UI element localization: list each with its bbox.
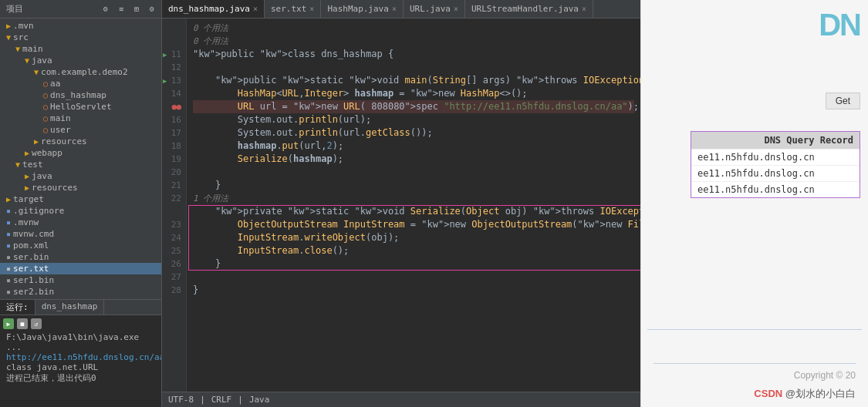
tree-item-java[interactable]: ▼ java bbox=[0, 55, 161, 66]
tree-label: .mvnw bbox=[13, 217, 39, 227]
code-line-25: InputStream.close(); bbox=[193, 244, 634, 257]
tree-label: .mvn bbox=[13, 21, 34, 31]
tab-close-3[interactable]: × bbox=[454, 5, 458, 13]
line-num-15: ● bbox=[162, 100, 181, 113]
tab-0[interactable]: dns_hashmap.java× bbox=[162, 0, 265, 18]
tab-label-2: HashMap.java bbox=[327, 4, 388, 14]
tree-label: src bbox=[13, 32, 29, 42]
tree-label: resources bbox=[41, 136, 87, 146]
tree-item-webapp[interactable]: ▶ webapp bbox=[0, 147, 161, 159]
copyright-text: Copyright © 20 bbox=[794, 370, 856, 381]
status-separator2: | bbox=[238, 395, 243, 405]
code-content[interactable]: 0 个用法0 个用法"kw">public "kw">class dns_has… bbox=[187, 18, 640, 392]
line-num-26: 26 bbox=[162, 257, 181, 271]
run-play-button[interactable]: ▶ bbox=[3, 318, 14, 329]
watermark-author: @划水的小白白 bbox=[785, 388, 856, 399]
line-num-22: 22 bbox=[162, 192, 181, 205]
settings-icon[interactable]: ⚙ bbox=[100, 3, 112, 15]
tree-item-test[interactable]: ▼ test bbox=[0, 159, 161, 170]
get-button[interactable]: Get bbox=[826, 92, 860, 109]
dns-query-header: DNS Query Record bbox=[691, 132, 860, 149]
tab-close-2[interactable]: × bbox=[392, 5, 397, 13]
tree-label: HelloServlet bbox=[50, 102, 111, 112]
tree-item-main[interactable]: ○ main bbox=[0, 113, 161, 124]
expand-icon[interactable]: ⊞ bbox=[130, 3, 143, 15]
tree-label: mvnw.cmd bbox=[13, 229, 54, 239]
tree-item-src[interactable]: ▼ src bbox=[0, 32, 161, 43]
tab-4[interactable]: URLStreamHandler.java× bbox=[465, 0, 593, 18]
editor-area: dns_hashmap.java×ser.txt×HashMap.java×UR… bbox=[162, 0, 640, 407]
run-tab-running[interactable]: 运行: bbox=[0, 300, 35, 314]
tree-item-.gitignore[interactable]: ▪ .gitignore bbox=[0, 205, 161, 217]
code-line-17: System.out.println(url.getClass()); bbox=[193, 126, 634, 140]
run-tab-label[interactable]: dns_hashmap bbox=[35, 300, 105, 314]
csdn-watermark: CSDN @划水的小白白 bbox=[754, 387, 856, 401]
code-line-22: "kw">private "kw">static "kw">void Seria… bbox=[193, 205, 634, 218]
file-tree: ▶ .mvn▼ src▼ main▼ java▼ com.example.dem… bbox=[0, 18, 161, 299]
tree-item-target[interactable]: ▶ target bbox=[0, 193, 161, 205]
tree-label: ser.bin bbox=[13, 252, 49, 262]
code-line-27 bbox=[193, 271, 634, 284]
dns-query-item-2: ee11.n5hfdu.dnslog.cn bbox=[691, 165, 860, 181]
tree-item-helloservlet[interactable]: ○ HelloServlet bbox=[0, 101, 161, 113]
tree-label: dns_hashmap bbox=[50, 90, 106, 100]
run-reload-button[interactable]: ↺ bbox=[31, 318, 42, 329]
tree-label: main bbox=[22, 44, 43, 54]
tab-close-0[interactable]: × bbox=[253, 5, 258, 13]
tree-item-aa[interactable]: ○ aa bbox=[0, 78, 161, 89]
tree-item-main[interactable]: ▼ main bbox=[0, 43, 161, 55]
tab-label-1: ser.txt bbox=[271, 4, 306, 14]
line-num-23: 23 bbox=[162, 218, 181, 231]
run-stop-button[interactable]: ■ bbox=[17, 318, 28, 329]
tab-close-1[interactable]: × bbox=[309, 5, 314, 13]
tab-1[interactable]: ser.txt× bbox=[265, 0, 321, 18]
tree-label: user bbox=[50, 125, 71, 135]
tree-item-ser2.bin[interactable]: ▪ ser2.bin bbox=[0, 286, 161, 298]
line-num-27: 27 bbox=[162, 271, 181, 284]
code-area: ▶ 1112▶ 1314●16171819202122232425262728 … bbox=[162, 18, 640, 392]
code-line-13: "kw">public "kw">static "kw">void main(S… bbox=[193, 74, 634, 87]
exe-path: F:\Java\java1\bin\java.exe ... bbox=[6, 332, 155, 352]
tab-label-4: URLStreamHandler.java bbox=[471, 4, 579, 14]
tree-item-mvnw.cmd[interactable]: ▪ mvnw.cmd bbox=[0, 228, 161, 240]
sidebar-title: 项目 bbox=[3, 2, 96, 16]
dn-logo: DN bbox=[819, 8, 860, 42]
sort-icon[interactable]: ≡ bbox=[115, 3, 127, 15]
run-output: F:\Java\java1\bin\java.exe ... http://ee… bbox=[3, 331, 158, 385]
line-num-24: 24 bbox=[162, 231, 181, 244]
tab-2[interactable]: HashMap.java× bbox=[321, 0, 404, 18]
line-num-16: 16 bbox=[162, 113, 181, 126]
tree-item-ser.bin[interactable]: ▪ ser.bin bbox=[0, 251, 161, 263]
url-link[interactable]: http://ee11.n5hfdu.dnslog.cn/aa bbox=[6, 352, 161, 362]
tree-item-.mvn[interactable]: ▶ .mvn bbox=[0, 20, 161, 32]
tree-item-.mvnw[interactable]: ▪ .mvnw bbox=[0, 217, 161, 228]
line-num-17: 17 bbox=[162, 126, 181, 140]
tab-close-4[interactable]: × bbox=[582, 5, 586, 13]
line-num-21: 21 bbox=[162, 179, 181, 192]
sidebar: 项目 ⚙ ≡ ⊞ ⚙ ▶ .mvn▼ src▼ main▼ java▼ com.… bbox=[0, 0, 162, 407]
code-line-14: HashMap<URL,Integer> hashmap = "kw">new … bbox=[193, 87, 634, 100]
tree-item-resources[interactable]: ▶ resources bbox=[0, 182, 161, 193]
hint1: 0 个用法 bbox=[193, 23, 228, 33]
tab-label-0: dns_hashmap.java bbox=[168, 4, 250, 14]
tree-item-dns_hashmap[interactable]: ○ dns_hashmap bbox=[0, 89, 161, 101]
tree-item-user[interactable]: ○ user bbox=[0, 124, 161, 136]
tree-label: pom.xml bbox=[13, 240, 49, 251]
tree-item-ser.txt[interactable]: ▪ ser.txt bbox=[0, 263, 161, 274]
tree-label: test bbox=[22, 160, 43, 170]
line-num-13: ▶ 13 bbox=[162, 74, 181, 87]
tab-bar: dns_hashmap.java×ser.txt×HashMap.java×UR… bbox=[162, 0, 640, 18]
tree-item-java[interactable]: ▶ java bbox=[0, 170, 161, 182]
class-text: class java.net.URL bbox=[6, 362, 155, 372]
tree-item-ser1.bin[interactable]: ▪ ser1.bin bbox=[0, 274, 161, 286]
csdn-label: CSDN bbox=[754, 388, 785, 399]
tree-item-com.example.demo2[interactable]: ▼ com.example.demo2 bbox=[0, 66, 161, 78]
gear2-icon[interactable]: ⚙ bbox=[146, 3, 158, 15]
tab-3[interactable]: URL.java× bbox=[404, 0, 465, 18]
tab-label-3: URL.java bbox=[410, 4, 451, 14]
line-num-28: 28 bbox=[162, 284, 181, 297]
right-top: DN Get DNS Query Record ee11.n5hfdu.dnsl… bbox=[641, 0, 868, 329]
tree-item-pom.xml[interactable]: ▪ pom.xml bbox=[0, 240, 161, 251]
code-line-28: } bbox=[193, 284, 634, 297]
tree-item-resources[interactable]: ▶ resources bbox=[0, 136, 161, 147]
